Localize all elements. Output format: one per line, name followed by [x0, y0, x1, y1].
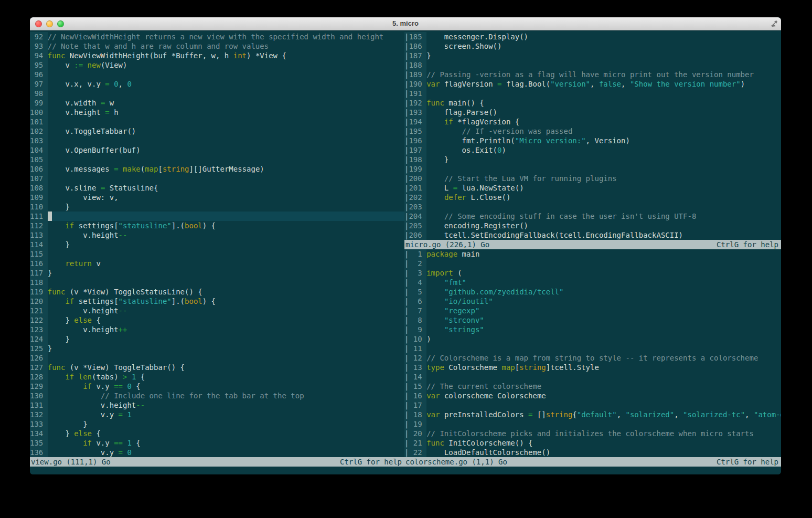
code-line[interactable]: | 6 "io/ioutil": [404, 297, 781, 306]
code-line[interactable]: 99 v.width = w: [30, 98, 404, 108]
code-line[interactable]: 126: [30, 353, 404, 363]
code-token: [: [515, 363, 519, 372]
code-line[interactable]: 117 }: [30, 268, 404, 278]
code-line[interactable]: 128 if len(tabs) > 1 {: [30, 372, 404, 382]
code-line[interactable]: 127 func (v *View) ToggleTabbar() {: [30, 363, 404, 372]
code-line[interactable]: 123 v.height++: [30, 325, 404, 334]
code-line[interactable]: | 1 package main: [404, 249, 781, 259]
code-line[interactable]: | 8 "strconv": [404, 315, 781, 325]
code-line[interactable]: | 9 "strings": [404, 325, 781, 334]
code-line[interactable]: | 19: [404, 419, 781, 429]
code-line[interactable]: |192 func main() {: [404, 98, 781, 108]
code-line[interactable]: 108 v.sline = Statusline{: [30, 183, 404, 193]
code-line[interactable]: | 13 type Colorscheme map[string]tcell.S…: [404, 363, 781, 372]
code-line[interactable]: 121 v.height--: [30, 306, 404, 315]
code-line[interactable]: | 21 func InitColorscheme() {: [404, 438, 781, 448]
code-line[interactable]: | 7 "regexp": [404, 306, 781, 315]
code-line[interactable]: 112 if settings["statusline"].(bool) {: [30, 221, 404, 230]
code-line[interactable]: |197 os.Exit(0): [404, 145, 781, 155]
code-line[interactable]: 125 }: [30, 344, 404, 353]
code-area-colorscheme-go[interactable]: | 1 package main| 2 | 3 import (| 4 "fmt…: [404, 249, 781, 457]
code-line[interactable]: 93 // Note that w and h are raw column a…: [30, 41, 404, 51]
code-line[interactable]: 100 v.height = h: [30, 108, 404, 117]
code-line[interactable]: | 5 "github.com/zyedidia/tcell": [404, 287, 781, 297]
code-line[interactable]: | 10 ): [404, 334, 781, 344]
code-line[interactable]: | 11: [404, 344, 781, 353]
code-area-micro-go[interactable]: |185 messenger.Display()|186 screen.Show…: [404, 32, 781, 240]
code-line[interactable]: 119 func (v *View) ToggleStatusLine() {: [30, 287, 404, 297]
code-line[interactable]: 97 v.x, v.y = 0, 0: [30, 79, 404, 89]
code-line[interactable]: 95 v := new(View): [30, 60, 404, 70]
code-line[interactable]: |203: [404, 202, 781, 212]
code-line[interactable]: 133 }: [30, 419, 404, 429]
code-line[interactable]: 115: [30, 249, 404, 259]
code-line[interactable]: | 12 // Colorscheme is a map from string…: [404, 353, 781, 363]
code-line[interactable]: 110 }: [30, 202, 404, 212]
code-line[interactable]: 96: [30, 70, 404, 79]
code-line[interactable]: 92 // NewViewWidthHeight returns a new v…: [30, 32, 404, 41]
code-line[interactable]: |202 defer L.Close(): [404, 193, 781, 202]
code-line[interactable]: 114 }: [30, 240, 404, 249]
code-line[interactable]: |195 // If -version was passed: [404, 126, 781, 136]
code-line[interactable]: | 2: [404, 259, 781, 268]
code-line[interactable]: 98: [30, 89, 404, 98]
code-line[interactable]: 132 v.y = 1: [30, 410, 404, 419]
code-line[interactable]: |201 L = lua.NewState(): [404, 183, 781, 193]
code-line[interactable]: | 18 var preInstalledColors = []string{"…: [404, 410, 781, 419]
code-line[interactable]: |186 screen.Show(): [404, 41, 781, 51]
code-line[interactable]: 94 func NewViewWidthHeight(buf *Buffer, …: [30, 51, 404, 60]
split-divider: |: [404, 334, 409, 344]
code-line[interactable]: 120 if settings["statusline"].(bool) {: [30, 297, 404, 306]
window-titlebar[interactable]: 5. micro: [30, 17, 781, 30]
code-token: messenger.Display(): [426, 32, 528, 41]
code-line[interactable]: |193 flag.Parse(): [404, 108, 781, 117]
code-line[interactable]: | 22 LoadDefaultColorscheme(): [404, 448, 781, 457]
code-line[interactable]: 118: [30, 278, 404, 287]
code-line[interactable]: | 20 // InitColorscheme picks and initia…: [404, 429, 781, 438]
code-line[interactable]: 101: [30, 117, 404, 126]
code-line-current[interactable]: 111: [30, 212, 404, 221]
code-line[interactable]: 107: [30, 174, 404, 183]
code-line[interactable]: |199: [404, 164, 781, 174]
code-line[interactable]: | 17: [404, 400, 781, 410]
code-line[interactable]: 113 v.height--: [30, 230, 404, 240]
code-area-view-go[interactable]: 92 // NewViewWidthHeight returns a new v…: [30, 32, 404, 457]
code-line[interactable]: 122 } else {: [30, 315, 404, 325]
resize-icon[interactable]: [771, 20, 778, 27]
code-line[interactable]: 134 } else {: [30, 429, 404, 438]
code-line[interactable]: 109 view: v,: [30, 193, 404, 202]
code-line[interactable]: |206 tcell.SetEncodingFallback(tcell.Enc…: [404, 230, 781, 240]
code-line[interactable]: |188: [404, 60, 781, 70]
code-line[interactable]: | 14: [404, 372, 781, 382]
code-line[interactable]: |194 if *flagVersion {: [404, 117, 781, 126]
code-line[interactable]: 135 if v.y == 1 {: [30, 438, 404, 448]
code-line[interactable]: 105: [30, 155, 404, 164]
code-line[interactable]: |204 // Some encoding stuff in case the …: [404, 212, 781, 221]
code-line[interactable]: |191: [404, 89, 781, 98]
code-line[interactable]: |205 encoding.Register(): [404, 221, 781, 230]
window-title: 5. micro: [30, 17, 781, 30]
code-line[interactable]: | 3 import (: [404, 268, 781, 278]
code-line[interactable]: 102 v.ToggleTabbar(): [30, 126, 404, 136]
code-line[interactable]: 106 v.messages = make(map[string][]Gutte…: [30, 164, 404, 174]
code-line[interactable]: 104 v.OpenBuffer(buf): [30, 145, 404, 155]
code-line[interactable]: 124 }: [30, 334, 404, 344]
code-line[interactable]: |185 messenger.Display(): [404, 32, 781, 41]
code-line[interactable]: |187 }: [404, 51, 781, 60]
code-line[interactable]: 103: [30, 136, 404, 145]
code-line[interactable]: | 16 var colorscheme Colorscheme: [404, 391, 781, 400]
code-line[interactable]: |198 }: [404, 155, 781, 164]
code-line[interactable]: 131 v.height--: [30, 400, 404, 410]
code-line[interactable]: 136 v.y = 0: [30, 448, 404, 457]
code-line[interactable]: | 15 // The current colorscheme: [404, 382, 781, 391]
code-line[interactable]: |200 // Start the Lua VM for running plu…: [404, 174, 781, 183]
code-line[interactable]: |196 fmt.Println("Micro version:", Versi…: [404, 136, 781, 145]
code-line[interactable]: |190 var flagVersion = flag.Bool("versio…: [404, 79, 781, 89]
code-line[interactable]: 130 // Include one line for the tab bar …: [30, 391, 404, 400]
line-number: 106: [30, 164, 48, 174]
code-token: v.messages: [48, 164, 114, 174]
code-line[interactable]: 129 if v.y == 0 {: [30, 382, 404, 391]
code-line[interactable]: | 4 "fmt": [404, 278, 781, 287]
code-line[interactable]: |189 // Passing -version as a flag will …: [404, 70, 781, 79]
code-line[interactable]: 116 return v: [30, 259, 404, 268]
